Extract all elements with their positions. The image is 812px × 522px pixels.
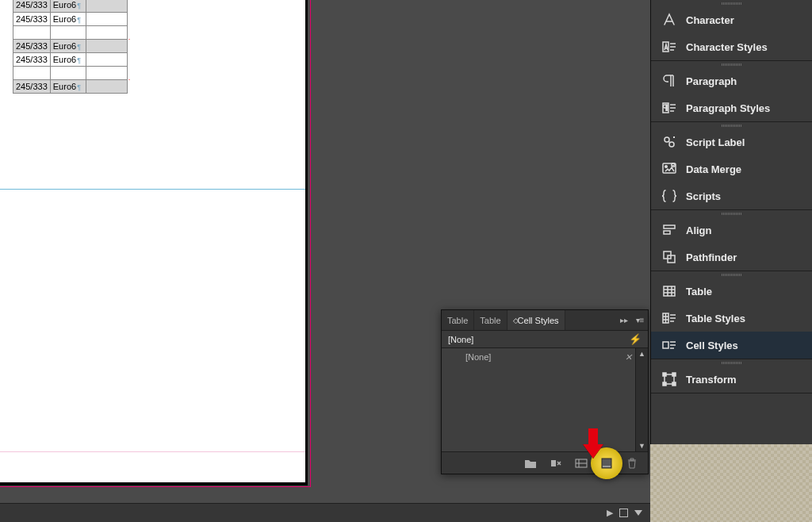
list-item-label: [None] bbox=[465, 352, 491, 362]
current-style-label: [None] bbox=[448, 335, 473, 344]
tab-table-1[interactable]: Table bbox=[442, 310, 474, 330]
character-styles-icon bbox=[661, 38, 678, 56]
panel-collapse-icon[interactable]: ▸▸ bbox=[616, 316, 632, 324]
list-item[interactable]: [None] ✕ bbox=[442, 348, 648, 366]
pathfinder-icon bbox=[661, 248, 678, 266]
view-dropdown-icon[interactable] bbox=[634, 510, 642, 516]
dock-item-label: Script Label bbox=[686, 136, 745, 148]
panel-footer bbox=[442, 451, 648, 474]
dock-item-pathfinder[interactable]: Pathfinder bbox=[651, 244, 812, 271]
svg-rect-0 bbox=[551, 460, 556, 466]
pasteboard-texture bbox=[650, 444, 812, 522]
style-group-icon[interactable] bbox=[524, 457, 537, 470]
svg-rect-20 bbox=[672, 373, 676, 376]
table-row[interactable]: . bbox=[13, 66, 128, 79]
table-row[interactable]: 245/333Euro6¶ bbox=[13, 39, 128, 52]
scroll-up-icon[interactable]: ▲ bbox=[636, 348, 648, 359]
margin-guide bbox=[0, 451, 305, 452]
svg-rect-3 bbox=[603, 466, 611, 467]
svg-rect-12 bbox=[664, 231, 670, 234]
table-row[interactable]: 245/333Euro6¶ bbox=[13, 79, 128, 93]
align-icon bbox=[661, 221, 678, 239]
paragraph-icon bbox=[661, 72, 678, 90]
panel-dock: CharacterCharacter StylesParagraphParagr… bbox=[650, 0, 812, 444]
transform-icon bbox=[661, 370, 678, 388]
panel-grip[interactable] bbox=[651, 271, 812, 278]
dock-item-character-styles[interactable]: Character Styles bbox=[651, 33, 812, 60]
data-merge-icon bbox=[661, 160, 678, 178]
clear-overrides-icon[interactable] bbox=[550, 457, 562, 470]
table-styles-icon bbox=[661, 309, 678, 327]
dock-item-character[interactable]: Character bbox=[651, 6, 812, 33]
dock-item-label: Table Styles bbox=[686, 313, 745, 324]
document-canvas[interactable]: 245/333Euro6¶245/333Euro6¶.245/333Euro6¶… bbox=[0, 0, 316, 487]
dock-item-table[interactable]: Table bbox=[651, 278, 812, 305]
panel-grip[interactable] bbox=[651, 0, 812, 6]
delete-style-icon[interactable] bbox=[626, 457, 638, 470]
paragraph-styles-icon bbox=[661, 99, 678, 117]
current-style-row: [None] ⚡ bbox=[442, 331, 648, 348]
character-icon bbox=[661, 11, 678, 29]
dock-item-label: Character Styles bbox=[686, 41, 768, 53]
script-label-icon bbox=[661, 133, 678, 151]
svg-rect-11 bbox=[664, 225, 675, 228]
table-icon bbox=[661, 282, 678, 300]
quick-apply-icon[interactable]: ⚡ bbox=[629, 333, 642, 345]
view-mode-icon[interactable] bbox=[619, 509, 628, 517]
dock-item-label: Align bbox=[686, 225, 712, 236]
dock-item-label: Cell Styles bbox=[686, 340, 738, 351]
svg-rect-22 bbox=[672, 382, 676, 386]
dock-item-script-label[interactable]: Script Label bbox=[651, 129, 812, 155]
tab-cell-styles[interactable]: ◇Cell Styles bbox=[508, 310, 565, 330]
tab-table-2[interactable]: Table bbox=[474, 310, 507, 330]
panel-grip[interactable] bbox=[651, 122, 812, 129]
panel-tabstrip: Table Table ◇Cell Styles ▸▸ ▾≡ bbox=[442, 310, 648, 331]
table-row[interactable]: 245/333Euro6¶ bbox=[13, 52, 128, 66]
panel-grip[interactable] bbox=[651, 210, 812, 217]
dock-item-label: Table bbox=[686, 286, 712, 297]
dock-item-label: Scripts bbox=[686, 190, 721, 202]
dock-item-label: Data Merge bbox=[686, 163, 741, 175]
svg-rect-19 bbox=[663, 373, 666, 376]
workspace-footer: ▶ bbox=[0, 503, 650, 522]
page[interactable]: 245/333Euro6¶245/333Euro6¶.245/333Euro6¶… bbox=[0, 0, 305, 482]
scripts-icon bbox=[661, 187, 678, 205]
svg-rect-17 bbox=[663, 342, 668, 348]
dock-item-paragraph[interactable]: Paragraph bbox=[651, 67, 812, 94]
svg-rect-15 bbox=[664, 286, 675, 296]
panel-grip[interactable] bbox=[651, 359, 812, 366]
cell-styles-icon bbox=[661, 336, 678, 354]
dock-item-align[interactable]: Align bbox=[651, 217, 812, 244]
table-row[interactable]: 245/333Euro6¶ bbox=[13, 12, 128, 25]
dock-item-paragraph-styles[interactable]: Paragraph Styles bbox=[651, 94, 812, 121]
tab-cell-styles-label: Cell Styles bbox=[518, 316, 559, 325]
scrollbar[interactable]: ▲ ▼ bbox=[635, 348, 648, 451]
dock-item-label: Pathfinder bbox=[686, 251, 737, 263]
panel-menu-icon[interactable]: ▾≡ bbox=[632, 316, 648, 324]
svg-rect-21 bbox=[663, 382, 666, 386]
tutorial-arrow-icon bbox=[583, 428, 603, 461]
dock-item-cell-styles[interactable]: Cell Styles bbox=[651, 332, 812, 359]
dock-item-data-merge[interactable]: Data Merge bbox=[651, 155, 812, 182]
dock-item-label: Transform bbox=[686, 374, 737, 386]
styles-list[interactable]: [None] ✕ ▲ ▼ bbox=[442, 348, 648, 451]
dock-item-label: Character bbox=[686, 14, 734, 26]
horizontal-guide[interactable] bbox=[0, 189, 305, 190]
cell-styles-panel[interactable]: Table Table ◇Cell Styles ▸▸ ▾≡ [None] ⚡ … bbox=[441, 309, 649, 474]
dock-item-label: Paragraph bbox=[686, 75, 737, 87]
document-table[interactable]: 245/333Euro6¶245/333Euro6¶.245/333Euro6¶… bbox=[13, 0, 128, 94]
dock-item-transform[interactable]: Transform bbox=[651, 366, 812, 393]
dock-item-scripts[interactable]: Scripts bbox=[651, 182, 812, 209]
table-row[interactable]: . bbox=[13, 25, 128, 39]
scroll-down-icon[interactable]: ▼ bbox=[636, 440, 648, 451]
svg-point-9 bbox=[665, 166, 668, 168]
table-row[interactable]: 245/333Euro6¶ bbox=[13, 0, 128, 12]
panel-grip[interactable] bbox=[651, 61, 812, 67]
dock-item-label: Paragraph Styles bbox=[686, 102, 770, 114]
pager-prev-icon[interactable]: ▶ bbox=[607, 508, 613, 518]
no-style-icon: ✕ bbox=[625, 352, 632, 363]
dock-item-table-styles[interactable]: Table Styles bbox=[651, 305, 812, 332]
